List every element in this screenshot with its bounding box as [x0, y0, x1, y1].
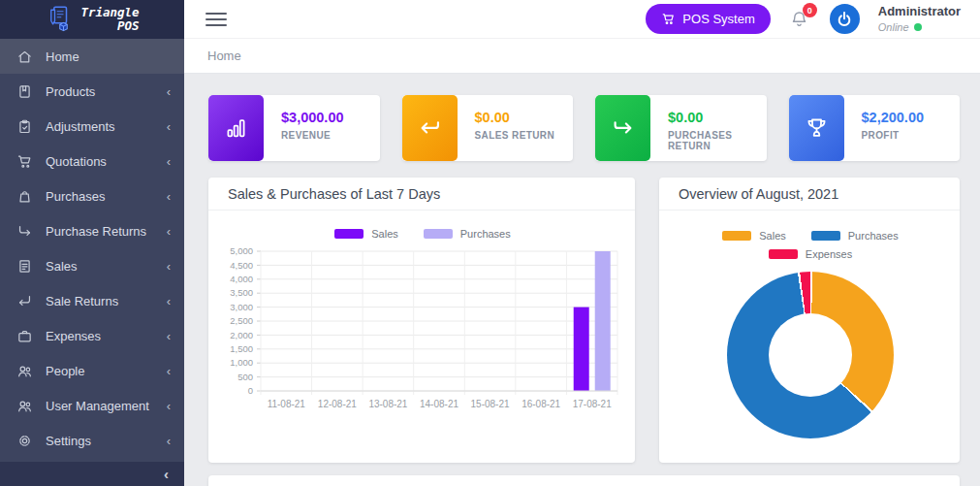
legend-swatch: [811, 231, 840, 241]
sidebar-item-purchases[interactable]: Purchases ‹: [0, 178, 184, 213]
user-name: Administrator: [878, 4, 961, 20]
users-icon: [16, 363, 33, 379]
sidebar-item-label: Quotations: [46, 154, 167, 169]
breadcrumb: Home: [184, 39, 980, 74]
bar-chart-svg: 05001,0001,5002,0002,5003,0003,5004,0004…: [220, 243, 625, 424]
receipt-icon: [16, 258, 33, 275]
stat-card-sales-return: $0.00 SALES RETURN: [402, 95, 574, 161]
chevron-left-icon: ‹: [167, 155, 171, 168]
sidebar-item-quotations[interactable]: Quotations ‹: [0, 144, 184, 178]
stat-value: $0.00: [475, 110, 555, 125]
svg-text:4,500: 4,500: [230, 260, 253, 271]
svg-text:3,000: 3,000: [230, 302, 253, 312]
sidebar-item-settings[interactable]: Settings ‹: [0, 423, 184, 458]
sidebar-item-adjustments[interactable]: Adjustments ‹: [0, 109, 184, 144]
legend-item-sales: Sales: [334, 228, 398, 240]
menu-toggle-icon[interactable]: [205, 9, 227, 30]
chevron-left-icon: ‹: [167, 365, 171, 377]
legend-label: Sales: [759, 230, 786, 242]
gear-icon: [16, 433, 33, 449]
sidebar-item-label: Home: [46, 49, 171, 64]
charts-row: Sales & Purchases of Last 7 Days SalesPu…: [208, 178, 960, 463]
svg-text:500: 500: [237, 372, 253, 382]
forward-arrow-icon: [595, 95, 650, 161]
legend-swatch: [722, 231, 751, 241]
svg-text:16-08-21: 16-08-21: [522, 399, 560, 409]
sidebar-item-products[interactable]: Products ‹: [0, 74, 184, 109]
chevron-left-icon: ‹: [167, 295, 171, 308]
pos-system-button[interactable]: POS System: [646, 4, 770, 34]
briefcase-icon: [16, 328, 33, 344]
legend-label: Purchases: [848, 230, 899, 242]
sidebar-item-user-management[interactable]: User Management ‹: [0, 388, 184, 423]
sidebar-item-label: Sale Returns: [46, 294, 167, 308]
svg-text:12-08-21: 12-08-21: [318, 399, 357, 409]
donut-chart-card: Overview of August, 2021 SalesPurchasesE…: [659, 178, 960, 463]
stat-value: $3,000.00: [281, 110, 344, 125]
cart-icon: [661, 12, 676, 26]
donut-chart-body: SalesPurchasesExpenses: [659, 211, 960, 438]
stat-info: $0.00 SALES RETURN: [458, 95, 555, 161]
return-arrow-icon: [402, 95, 458, 161]
donut-legend: SalesPurchasesExpenses: [680, 230, 941, 260]
chevron-left-icon: ‹: [167, 120, 171, 133]
legend-item-sales: Sales: [722, 230, 786, 242]
cart-icon: [16, 153, 33, 170]
legend-swatch: [334, 229, 364, 239]
svg-text:13-08-21: 13-08-21: [368, 399, 407, 409]
svg-text:0: 0: [248, 385, 253, 396]
svg-text:14-08-21: 14-08-21: [420, 399, 458, 409]
corner-down-right-icon: [16, 223, 33, 240]
sidebar-item-label: Products: [46, 84, 167, 99]
main-area: POS System 0 Administrator Online: [184, 0, 980, 486]
legend-label: Sales: [371, 228, 398, 240]
chevron-left-icon: ‹: [167, 400, 171, 412]
donut-wrap: [671, 272, 950, 438]
legend-label: Purchases: [460, 228, 511, 240]
sidebar-item-sale-returns[interactable]: Sale Returns ‹: [0, 283, 184, 318]
sidebar-item-label: Settings: [46, 434, 167, 448]
user-status-label: Online: [878, 20, 909, 34]
sidebar-item-people[interactable]: People ‹: [0, 353, 184, 388]
legend-swatch: [769, 249, 798, 259]
sidebar-item-expenses[interactable]: Expenses ‹: [0, 318, 184, 353]
bar-chart-body: SalesPurchases 05001,0001,5002,0002,5003…: [208, 211, 635, 428]
shopping-bag-icon: [16, 188, 33, 205]
sidebar-item-home[interactable]: Home: [0, 39, 184, 74]
logo-icon: [45, 5, 74, 34]
bar-legend: SalesPurchases: [220, 228, 625, 240]
sidebar-item-label: People: [46, 364, 167, 378]
legend-swatch: [424, 229, 453, 239]
stat-label: SALES RETURN: [475, 130, 555, 141]
bar-chart-icon: [208, 95, 264, 161]
app-logo[interactable]: Triangle POS: [0, 0, 184, 39]
topbar-right: POS System 0 Administrator Online: [646, 4, 961, 34]
home-icon: [16, 49, 33, 65]
stat-label: REVENUE: [281, 130, 344, 141]
app-title-line2: POS: [80, 19, 139, 33]
legend-item-purchases: Purchases: [424, 228, 511, 240]
legend-item-purchases: Purchases: [811, 230, 899, 242]
chevron-left-icon: ‹: [167, 85, 171, 98]
breadcrumb-home-link[interactable]: Home: [207, 49, 241, 63]
svg-text:1,500: 1,500: [230, 343, 253, 354]
topbar: POS System 0 Administrator Online: [184, 0, 980, 39]
svg-text:2,500: 2,500: [230, 315, 253, 326]
bottom-card: [208, 475, 960, 486]
sidebar-item-purchase-returns[interactable]: Purchase Returns ‹: [0, 213, 184, 248]
sidebar-item-label: Purchase Returns: [46, 224, 167, 239]
donut-hole: [769, 313, 852, 397]
sidebar-collapse-button[interactable]: ‹: [0, 462, 184, 486]
notifications-button[interactable]: 0: [789, 9, 809, 29]
pos-button-label: POS System: [682, 12, 754, 26]
stat-info: $2,200.00 PROFIT: [844, 95, 925, 161]
sidebar-item-label: User Management: [46, 399, 167, 413]
online-status-dot: [914, 23, 922, 31]
collapse-sidebar-icon: ‹: [164, 466, 169, 482]
sidebar-item-sales[interactable]: Sales ‹: [0, 248, 184, 283]
notification-badge: 0: [803, 3, 817, 17]
book-icon: [16, 83, 33, 100]
svg-text:4,000: 4,000: [230, 274, 253, 284]
user-avatar[interactable]: [830, 4, 860, 34]
chevron-left-icon: ‹: [167, 435, 171, 447]
